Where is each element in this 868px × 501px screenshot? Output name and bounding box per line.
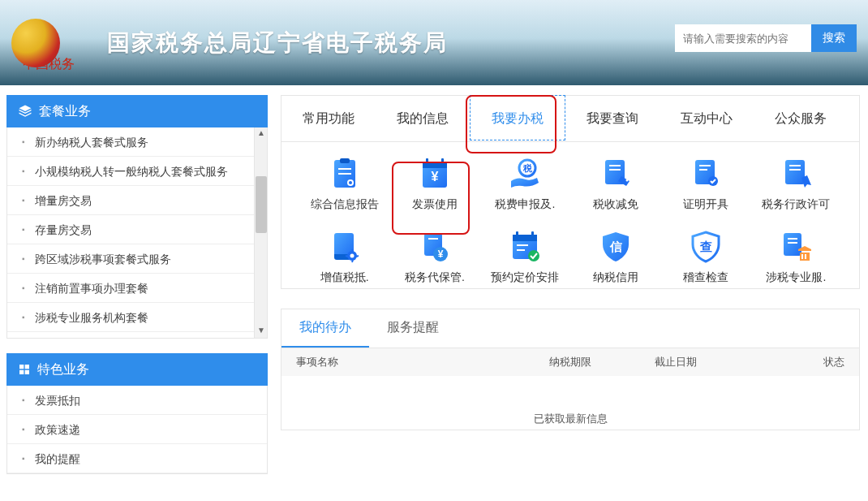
th-deadline: 截止日期 <box>655 348 760 376</box>
svg-text:税: 税 <box>522 163 533 173</box>
search-input[interactable] <box>675 24 811 52</box>
tab-myinfo[interactable]: 我的信息 <box>376 96 470 141</box>
table-body: 已获取最新信息 <box>281 376 859 430</box>
hand-coin-icon: 税 <box>506 157 544 191</box>
svg-point-37 <box>528 250 539 261</box>
shield-trust-icon: 信 <box>597 230 634 264</box>
sidebar-item[interactable]: 注销前置事项办理套餐 <box>7 274 267 303</box>
svg-rect-40 <box>784 233 801 256</box>
svg-rect-14 <box>609 165 621 166</box>
grid-label: 涉税专业服. <box>751 270 841 285</box>
scroll-up-icon[interactable]: ▲ <box>255 127 268 140</box>
grid-icon <box>18 363 31 376</box>
tab-public[interactable]: 公众服务 <box>754 96 848 141</box>
sidebar-section-featured: 特色业务 发票抵扣 政策速递 我的提醒 <box>6 353 268 474</box>
svg-rect-23 <box>789 169 801 171</box>
grid-appointment[interactable]: 预约定价安排 <box>480 230 570 285</box>
grid-label: 税务代保管. <box>389 270 479 285</box>
cert-icon <box>687 157 724 191</box>
grid-custody[interactable]: ¥ 税务代保管. <box>389 230 479 285</box>
grid-label: 税收减免 <box>570 197 660 212</box>
grid-label: 增值税抵. <box>299 270 389 285</box>
sidebar-list-featured: 发票抵扣 政策速递 我的提醒 <box>6 386 268 474</box>
permit-icon <box>777 157 814 191</box>
grid-label: 税费申报及. <box>480 197 570 212</box>
svg-point-5 <box>349 181 352 184</box>
svg-rect-15 <box>609 169 621 171</box>
function-grid: 综合信息报告 ¥ 发票使用 税 税费申报及. <box>281 142 859 288</box>
svg-rect-8 <box>426 158 428 165</box>
svg-rect-34 <box>531 231 534 238</box>
tab-query[interactable]: 我要查询 <box>565 96 660 141</box>
sidebar-item[interactable]: 存量房交易 <box>7 215 267 244</box>
svg-rect-28 <box>428 238 438 240</box>
lower-tab-nav: 我的待办 服务提醒 <box>281 309 859 348</box>
search-button[interactable]: 搜索 <box>811 24 857 52</box>
sidebar-header-packages: 套餐业务 <box>6 95 268 127</box>
grid-tax-service[interactable]: 涉税专业服. <box>751 230 841 285</box>
svg-rect-41 <box>788 238 797 240</box>
grid-credit[interactable]: 信 纳税信用 <box>570 230 660 285</box>
grid-comprehensive-report[interactable]: 综合信息报告 <box>299 157 389 212</box>
sidebar-item[interactable]: 新办纳税人套餐式服务 <box>7 127 267 157</box>
grid-audit[interactable]: 查 稽查检查 <box>660 230 750 285</box>
tab-service-alert[interactable]: 服务提醒 <box>369 309 457 348</box>
sidebar-item[interactable]: 涉税专业服务机构套餐 <box>7 303 267 332</box>
grid-admin-permit[interactable]: 税务行政许可 <box>751 157 841 212</box>
clipboard-icon <box>326 157 363 191</box>
svg-rect-44 <box>805 254 806 259</box>
grid-invoice-use[interactable]: ¥ 发票使用 <box>389 157 479 212</box>
svg-rect-9 <box>441 158 444 165</box>
sidebar-item[interactable]: 小规模纳税人转一般纳税人套餐式服务 <box>7 157 267 186</box>
grid-label: 证明开具 <box>660 197 750 212</box>
sidebar-list-packages: 新办纳税人套餐式服务 小规模纳税人转一般纳税人套餐式服务 增量房交易 存量房交易… <box>6 127 268 339</box>
svg-text:¥: ¥ <box>438 248 444 260</box>
svg-text:¥: ¥ <box>432 170 439 184</box>
lower-panel: 我的待办 服务提醒 事项名称 纳税期限 截止日期 状态 已获取最新信息 <box>281 309 860 430</box>
svg-rect-21 <box>785 160 805 184</box>
grid-label: 综合信息报告 <box>299 197 389 212</box>
scroll-down-icon[interactable]: ▼ <box>255 325 268 338</box>
main-tabs-panel: 常用功能 我的信息 我要办税 我要查询 互动中心 公众服务 综合信息报告 ¥ <box>281 95 860 289</box>
sidebar-item[interactable]: 发票抵扣 <box>7 386 267 415</box>
sidebar-title-featured: 特色业务 <box>37 361 89 378</box>
svg-rect-33 <box>516 231 518 238</box>
search-form: 搜索 <box>675 24 857 52</box>
calendar-yen-icon: ¥ <box>416 157 453 191</box>
sidebar-item[interactable]: 跨区域涉税事项套餐式服务 <box>7 244 267 274</box>
tab-common[interactable]: 常用功能 <box>281 96 376 141</box>
tag-doc-icon <box>597 157 634 191</box>
svg-rect-42 <box>788 242 797 244</box>
grid-tax-declare[interactable]: 税 税费申报及. <box>480 157 570 212</box>
grid-label: 稽查检查 <box>660 270 750 285</box>
grid-vat-deduct[interactable]: 增值税抵. <box>299 230 389 285</box>
grid-tax-reduce[interactable]: 税收减免 <box>570 157 660 212</box>
site-title: 国家税务总局辽宁省电子税务局 <box>107 28 448 58</box>
tab-handle-tax[interactable]: 我要办税 <box>470 95 565 140</box>
tab-interact[interactable]: 互动中心 <box>660 96 754 141</box>
grid-cert-issue[interactable]: 证明开具 <box>660 157 750 212</box>
grid-label: 预约定价安排 <box>480 270 570 285</box>
table-empty-msg: 已获取最新信息 <box>281 412 859 426</box>
tab-my-todo[interactable]: 我的待办 <box>281 309 369 348</box>
scroll-thumb[interactable] <box>256 176 267 233</box>
svg-rect-36 <box>517 249 525 251</box>
calendar-check-icon <box>506 230 544 264</box>
svg-rect-2 <box>338 168 351 170</box>
sidebar-item[interactable]: 政策速递 <box>7 415 267 444</box>
grid-label: 发票使用 <box>389 197 479 212</box>
svg-text:信: 信 <box>608 240 621 253</box>
table-header: 事项名称 纳税期限 截止日期 状态 <box>281 348 859 376</box>
doc-coin-icon: ¥ <box>416 230 453 264</box>
svg-rect-43 <box>801 254 803 259</box>
grid-label: 纳税信用 <box>570 270 660 285</box>
svg-rect-22 <box>789 165 801 166</box>
svg-rect-35 <box>517 244 528 246</box>
svg-rect-18 <box>699 165 711 166</box>
sidebar-item[interactable]: 我的提醒 <box>7 444 267 473</box>
scrollbar[interactable]: ▲ ▼ <box>254 127 267 338</box>
sidebar-section-packages: 套餐业务 新办纳税人套餐式服务 小规模纳税人转一般纳税人套餐式服务 增量房交易 … <box>6 95 268 339</box>
sidebar-item[interactable]: 增量房交易 <box>7 186 267 215</box>
svg-rect-1 <box>340 158 350 163</box>
sidebar-header-featured: 特色业务 <box>6 353 268 386</box>
